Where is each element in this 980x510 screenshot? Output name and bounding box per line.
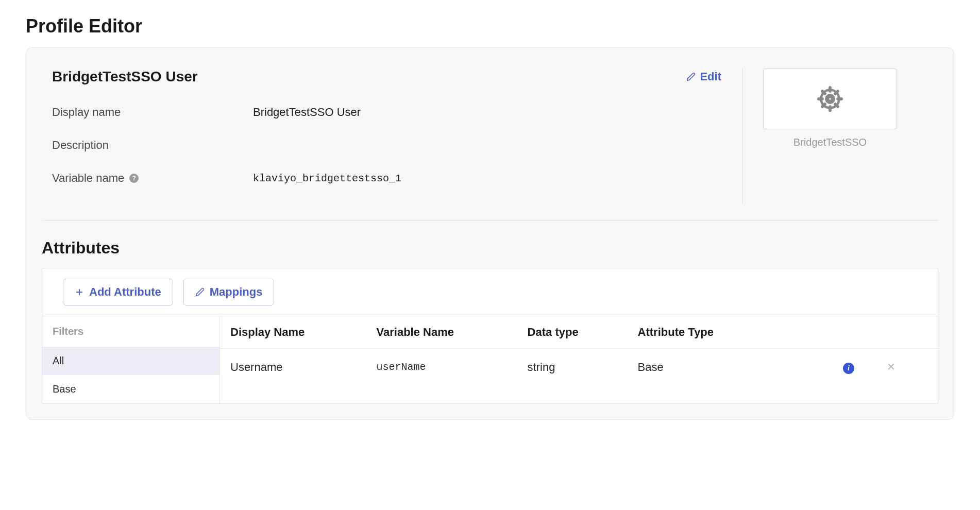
cell-actions: i✕ (776, 349, 938, 386)
app-logo-box (763, 69, 897, 129)
filter-item[interactable]: Base (42, 375, 219, 403)
table-row[interactable]: UsernameuserNamestringBasei✕ (220, 349, 938, 386)
profile-details: BridgetTestSSO User Edit Display name Br… (52, 69, 742, 205)
cell-data-type: string (517, 349, 628, 386)
column-header: Data type (517, 316, 628, 349)
field-label: Variable name ? (52, 172, 253, 185)
page-title: Profile Editor (0, 0, 980, 47)
attributes-table: Display NameVariable NameData typeAttrib… (220, 316, 938, 403)
attributes-toolbar: Add Attribute Mappings (42, 268, 938, 316)
pencil-icon (686, 72, 696, 81)
app-logo-section: BridgetTestSSO (742, 69, 928, 205)
field-value: klaviyo_bridgettestsso_1 (253, 173, 401, 184)
mappings-label: Mappings (210, 285, 263, 299)
filter-item[interactable]: All (42, 347, 219, 375)
edit-button-label: Edit (700, 70, 721, 83)
filters-sidebar: Filters AllBase (42, 316, 220, 403)
attributes-body: Filters AllBase Display NameVariable Nam… (42, 316, 938, 403)
profile-section: BridgetTestSSO User Edit Display name Br… (26, 48, 954, 220)
column-header: Display Name (220, 316, 366, 349)
gear-icon (816, 84, 844, 113)
add-attribute-label: Add Attribute (89, 285, 161, 299)
svg-point-1 (829, 97, 832, 101)
profile-name-heading: BridgetTestSSO User (52, 69, 198, 85)
add-attribute-button[interactable]: Add Attribute (63, 279, 173, 305)
attributes-title: Attributes (26, 220, 954, 268)
attributes-panel: Add Attribute Mappings Filters AllBase D… (42, 268, 938, 404)
filters-header: Filters (42, 316, 219, 347)
field-label-text: Variable name (52, 172, 124, 185)
field-value: BridgetTestSSO User (253, 106, 361, 119)
profile-panel: BridgetTestSSO User Edit Display name Br… (26, 47, 954, 420)
column-header: Attribute Type (628, 316, 776, 349)
field-description: Description (52, 139, 721, 152)
column-header: Variable Name (366, 316, 517, 349)
close-icon[interactable]: ✕ (885, 361, 897, 372)
plus-icon (75, 287, 84, 297)
edit-button[interactable]: Edit (686, 70, 721, 83)
field-display-name: Display name BridgetTestSSO User (52, 106, 721, 119)
cell-display-name: Username (220, 349, 366, 386)
app-logo-caption: BridgetTestSSO (763, 137, 897, 148)
column-header-actions (776, 316, 938, 349)
cell-variable-name: userName (366, 349, 517, 386)
mappings-button[interactable]: Mappings (183, 279, 275, 305)
info-icon[interactable]: i (843, 363, 854, 374)
pencil-icon (195, 287, 205, 297)
field-variable-name: Variable name ? klaviyo_bridgettestsso_1 (52, 172, 721, 185)
help-icon[interactable]: ? (129, 174, 139, 183)
field-label: Description (52, 139, 253, 152)
cell-attribute-type: Base (628, 349, 776, 386)
field-label: Display name (52, 106, 253, 119)
